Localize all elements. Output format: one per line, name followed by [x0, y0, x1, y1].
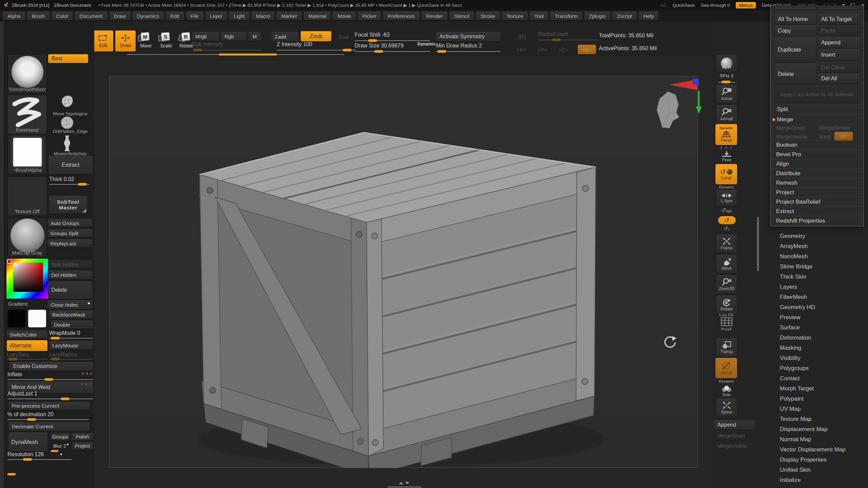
- palette-section-item[interactable]: Surface: [780, 323, 868, 333]
- palette-section-item[interactable]: Displacement Map: [780, 424, 868, 434]
- saturation-value-square[interactable]: [13, 263, 43, 292]
- zsub-button[interactable]: Zsub: [300, 31, 332, 42]
- delete-subtool-button[interactable]: Delete: [775, 63, 816, 84]
- extract-button[interactable]: Extract: [48, 156, 93, 174]
- lsym-button[interactable]: L.Sym: [716, 190, 737, 206]
- primary-color-swatch[interactable]: [28, 309, 46, 328]
- menu-item[interactable]: Stencil: [449, 12, 474, 20]
- menu-item[interactable]: Document: [75, 12, 107, 20]
- alternate-button[interactable]: Alternate: [7, 340, 47, 351]
- m-button[interactable]: M: [248, 32, 261, 41]
- del-all-button[interactable]: Del All: [818, 74, 860, 83]
- decimate-current-button[interactable]: Decimate Current: [8, 422, 90, 431]
- zcut-button[interactable]: Zcut: [334, 32, 353, 41]
- brush-thumbnail-trimsmoothborder[interactable]: TrimSmoothBord: [7, 54, 47, 94]
- inflate-slider[interactable]: Inflate x y z: [7, 371, 93, 381]
- merge-down-option[interactable]: MergeDown: [776, 125, 805, 131]
- wrap-mode-slider[interactable]: WrapMode 0: [49, 330, 93, 340]
- replay-last-button[interactable]: ReplayLast: [47, 239, 93, 247]
- palette-section-item[interactable]: FiberMesh: [780, 292, 868, 302]
- merge-section[interactable]: Merge: [771, 114, 864, 124]
- uv-toggle[interactable]: Uv: [834, 132, 853, 141]
- menu-item[interactable]: Render: [421, 12, 448, 20]
- groups-split-button[interactable]: Groups Split: [47, 229, 93, 237]
- orientation-gizmo[interactable]: [649, 77, 704, 131]
- solo-button[interactable]: Solo: [716, 384, 737, 399]
- subtool-section-row[interactable]: Project BasRelief: [771, 197, 864, 206]
- texture-thumbnail-off[interactable]: Texture Off: [7, 176, 47, 216]
- palette-section-item[interactable]: Unified Skin: [780, 465, 868, 475]
- subtool-section-row[interactable]: Boolean: [771, 140, 864, 149]
- xpose-button[interactable]: Xpose: [716, 399, 737, 417]
- scroll-bar[interactable]: [388, 487, 421, 487]
- menu-item[interactable]: Zscript: [612, 12, 637, 20]
- gradient-label[interactable]: Gradient: [8, 301, 28, 307]
- scale-button[interactable]: S Scale: [157, 33, 176, 48]
- line-fill-grid-icon[interactable]: [721, 317, 732, 326]
- menu-item[interactable]: File: [186, 12, 203, 20]
- lazy-mouse-button[interactable]: LazyMouse: [49, 341, 93, 350]
- palette-section-item[interactable]: ArrayMesh: [780, 241, 868, 251]
- paste-button[interactable]: Paste: [818, 25, 860, 36]
- z-intensity-slider[interactable]: Z Intensity 100: [277, 41, 355, 52]
- tray-divider[interactable]: [0, 22, 5, 488]
- color-picker[interactable]: [6, 258, 48, 299]
- see-through-control[interactable]: See-through 0: [701, 3, 730, 8]
- hue-selector[interactable]: [7, 259, 12, 264]
- persp-button[interactable]: Dynamic Persp: [715, 124, 737, 145]
- draw-button[interactable]: Draw: [115, 30, 136, 52]
- viewport-canvas[interactable]: [94, 56, 712, 488]
- edit-button[interactable]: Edit: [93, 30, 113, 52]
- polish-button[interactable]: Polish: [72, 433, 93, 441]
- menu-item[interactable]: Preferences: [383, 12, 420, 20]
- subtool-section-row[interactable]: Align: [771, 159, 864, 168]
- double-button[interactable]: Double: [51, 321, 93, 329]
- floor-button[interactable]: Floor: [716, 150, 737, 163]
- palette-section-item[interactable]: Normal Map: [780, 434, 868, 445]
- groups-button[interactable]: Groups: [51, 433, 70, 441]
- floor-axis-toggle[interactable]: x y z: [716, 146, 737, 149]
- radial-count-slider[interactable]: RadialCount: [538, 31, 599, 41]
- transp-button[interactable]: Transp: [716, 338, 737, 357]
- slider-handle[interactable]: [27, 418, 36, 421]
- bpr-render-button[interactable]: BPR: [716, 55, 737, 72]
- lazy-step-slider[interactable]: LazyStep: [7, 352, 47, 361]
- menu-item[interactable]: Dynamics: [132, 12, 164, 20]
- menu-item[interactable]: Picker: [358, 12, 381, 20]
- decimation-percent-slider[interactable]: % of decimation 20: [7, 411, 89, 421]
- scroll-down-icon[interactable]: [405, 482, 409, 484]
- slider-handle[interactable]: [8, 358, 17, 361]
- menu-item[interactable]: Help: [638, 12, 658, 20]
- dynamesh-button[interactable]: DynaMesh: [8, 432, 47, 451]
- document-frame[interactable]: [109, 76, 698, 468]
- menu-item[interactable]: Material: [303, 12, 331, 20]
- menu-item[interactable]: Layer: [205, 12, 228, 20]
- menu-item[interactable]: Marker: [276, 12, 302, 20]
- palette-section-item[interactable]: Deformation: [780, 333, 868, 343]
- duplicate-button[interactable]: Duplicate: [775, 37, 816, 62]
- best-preview-button[interactable]: Best: [48, 54, 88, 63]
- symmetry-m-button[interactable]: >M<: [578, 45, 596, 54]
- slider-handle[interactable]: [51, 358, 60, 361]
- menu-item[interactable]: Alpha: [3, 12, 25, 20]
- subtool-section-row[interactable]: Redshift Properties: [771, 216, 864, 225]
- cropped-button[interactable]: [818, 5, 860, 10]
- palette-section-item[interactable]: Texture Map: [780, 414, 868, 424]
- del-other-button[interactable]: Del Other: [818, 63, 860, 72]
- rotate-y-button[interactable]: ↺: [718, 216, 736, 224]
- palette-section-item[interactable]: Polypaint: [780, 394, 868, 404]
- palette-section-item[interactable]: Vector Displacement Map: [780, 445, 868, 455]
- thick-slider[interactable]: Thick 0.02: [49, 176, 89, 186]
- subtool-section-row[interactable]: Project: [771, 187, 864, 197]
- menu-item[interactable]: Edit: [166, 12, 184, 20]
- mrgb-button[interactable]: Mrgb: [192, 32, 219, 41]
- actual-size-button[interactable]: x1 Actual: [716, 85, 737, 103]
- quicksave-button[interactable]: QuickSave: [673, 3, 695, 8]
- slider-handle[interactable]: [343, 49, 352, 52]
- rotate-view-button[interactable]: Rotate: [716, 296, 737, 314]
- palette-section-item[interactable]: Slime Bridge: [780, 262, 868, 272]
- insert-button[interactable]: Insert: [818, 49, 860, 60]
- split-hidden-button[interactable]: Split Hidden: [48, 260, 93, 268]
- project-button[interactable]: Project: [72, 442, 93, 450]
- menu-item[interactable]: Light: [229, 12, 250, 20]
